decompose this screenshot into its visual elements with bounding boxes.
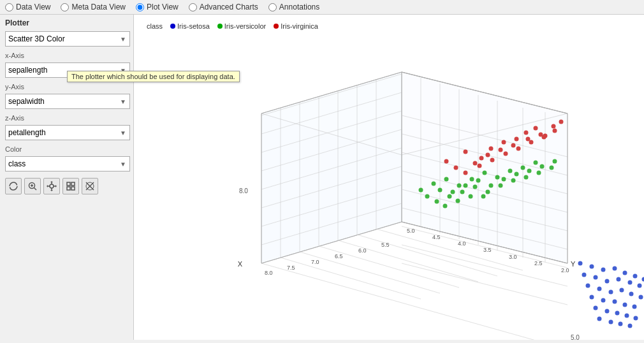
svg-point-149 (448, 194, 452, 199)
svg-point-132 (483, 171, 487, 175)
svg-point-107 (524, 131, 529, 135)
svg-point-147 (553, 159, 557, 164)
plotter-label: Plotter (5, 18, 128, 27)
svg-point-136 (534, 161, 538, 165)
left-panel: Plotter Scatter 3D Color Scatter 2D Line… (0, 15, 134, 340)
nav-data-view[interactable]: Data View (5, 3, 50, 11)
y-axis-select[interactable]: sepallength sepalwidth petallength petal… (5, 94, 130, 109)
svg-point-110 (553, 129, 557, 133)
svg-line-67 (319, 246, 459, 288)
toolbar-zoom-btn[interactable] (24, 178, 41, 194)
svg-marker-10 (50, 190, 53, 191)
svg-point-165 (613, 266, 617, 271)
svg-point-180 (639, 295, 643, 300)
svg-point-170 (594, 275, 598, 280)
svg-point-161 (481, 194, 486, 199)
svg-point-171 (605, 279, 610, 284)
svg-point-140 (464, 184, 468, 188)
svg-point-124 (516, 147, 521, 151)
svg-point-120 (464, 171, 468, 175)
svg-point-183 (613, 300, 617, 304)
svg-point-113 (486, 153, 490, 157)
svg-point-137 (425, 194, 430, 199)
svg-point-131 (470, 177, 474, 182)
svg-point-123 (504, 152, 508, 156)
svg-point-129 (444, 177, 449, 182)
y-axis-label: y-Axis (5, 83, 128, 91)
svg-point-192 (609, 320, 613, 325)
svg-point-159 (456, 199, 460, 203)
toolbar-clear-btn[interactable] (82, 178, 98, 194)
nav-advanced-charts-label: Advanced Charts (200, 3, 258, 11)
toolbar-reset-btn[interactable] (62, 178, 79, 194)
color-label: Color (5, 145, 128, 153)
svg-point-148 (435, 200, 439, 204)
svg-point-156 (537, 171, 541, 175)
svg-text:6.5: 6.5 (335, 253, 343, 259)
svg-point-101 (444, 159, 449, 164)
svg-rect-17 (67, 187, 70, 190)
svg-text:X: X (238, 260, 243, 268)
svg-point-153 (499, 184, 503, 188)
svg-point-143 (502, 177, 506, 182)
svg-point-134 (508, 169, 513, 173)
nav-advanced-charts[interactable]: Advanced Charts (189, 3, 258, 11)
svg-point-167 (633, 274, 638, 279)
svg-marker-14 (55, 185, 57, 187)
svg-point-193 (618, 322, 623, 326)
svg-point-151 (473, 185, 478, 189)
svg-point-135 (521, 166, 525, 170)
svg-text:2.0: 2.0 (561, 267, 569, 274)
svg-text:2.5: 2.5 (534, 260, 543, 266)
svg-text:3.5: 3.5 (483, 247, 492, 253)
chart-area[interactable]: class Iris-setosa Iris-versicolor Iris-v… (134, 15, 644, 340)
svg-text:4.0: 4.0 (458, 240, 466, 247)
nav-plot-view[interactable]: Plot View (136, 3, 179, 11)
x-axis-label: x-Axis (5, 52, 128, 59)
svg-point-122 (490, 158, 495, 163)
svg-text:7.0: 7.0 (311, 259, 319, 265)
svg-point-187 (605, 309, 610, 314)
svg-point-133 (495, 175, 500, 180)
nav-annotations-label: Annotations (279, 3, 319, 11)
plotter-dropdown-wrapper: Scatter 3D Color Scatter 2D Line Chart B… (5, 31, 130, 47)
svg-point-163 (590, 265, 594, 269)
svg-point-104 (489, 147, 494, 151)
svg-point-162 (578, 261, 583, 266)
svg-text:5.0: 5.0 (571, 334, 580, 340)
svg-point-6 (50, 184, 54, 188)
svg-point-160 (469, 194, 473, 199)
color-dropdown-wrapper: class sepallength sepalwidth ▼ (5, 156, 130, 172)
svg-point-178 (620, 288, 624, 293)
toolbar-rotate-btn[interactable] (5, 178, 22, 194)
svg-point-164 (601, 268, 606, 272)
svg-point-182 (601, 298, 606, 303)
svg-point-125 (529, 140, 534, 145)
z-axis-dropdown-wrapper: sepallength sepalwidth petallength petal… (5, 125, 130, 140)
svg-point-176 (597, 287, 602, 291)
svg-point-157 (550, 166, 554, 170)
nav-annotations[interactable]: Annotations (268, 3, 319, 11)
svg-text:8.0: 8.0 (239, 187, 248, 194)
svg-point-105 (502, 140, 506, 145)
svg-rect-16 (71, 182, 75, 186)
svg-point-126 (542, 135, 546, 140)
svg-line-65 (281, 258, 421, 299)
svg-line-42 (402, 263, 567, 305)
svg-point-173 (628, 281, 633, 285)
toolbar (5, 178, 128, 194)
svg-line-3 (34, 188, 37, 191)
nav-meta-data-view[interactable]: Meta Data View (61, 3, 126, 11)
svg-point-146 (540, 164, 545, 169)
svg-point-142 (489, 184, 494, 188)
toolbar-pan-btn[interactable] (43, 178, 60, 194)
svg-point-112 (473, 161, 478, 166)
svg-point-150 (460, 190, 465, 194)
svg-point-108 (534, 126, 538, 131)
color-select[interactable]: class sepallength sepalwidth (5, 156, 130, 172)
plotter-select[interactable]: Scatter 3D Color Scatter 2D Line Chart B… (5, 31, 130, 47)
svg-point-145 (527, 169, 532, 173)
svg-point-172 (617, 277, 621, 282)
svg-point-102 (464, 150, 468, 154)
z-axis-select[interactable]: sepallength sepalwidth petallength petal… (5, 125, 130, 140)
